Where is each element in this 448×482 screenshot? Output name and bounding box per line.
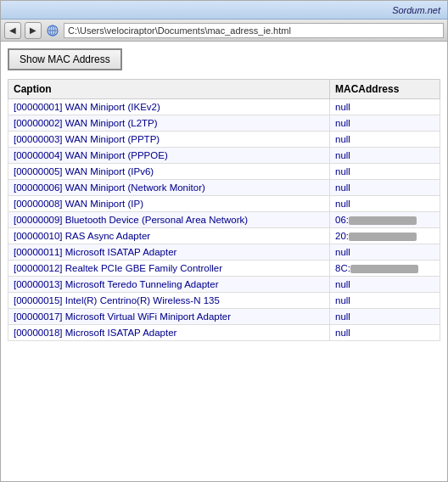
table-row: [00000005] WAN Miniport (IPv6)null <box>8 164 440 180</box>
mac-cell: null <box>330 132 440 148</box>
mac-header: MACAddress <box>330 80 440 99</box>
table-row: [00000015] Intel(R) Centrino(R) Wireless… <box>8 293 440 309</box>
address-input[interactable] <box>64 23 444 38</box>
table-row: [00000011] Microsoft ISATAP Adapternull <box>8 244 440 261</box>
mac-cell: null <box>330 164 440 180</box>
mac-cell: null <box>330 148 440 164</box>
content-area: Show MAC Address Caption MACAddress [000… <box>1 42 447 348</box>
caption-cell: [00000010] RAS Async Adapter <box>8 228 330 244</box>
title-bar: Sordum.net <box>1 1 447 20</box>
caption-cell: [00000008] WAN Miniport (IP) <box>8 196 330 212</box>
mac-cell: null <box>330 244 440 261</box>
caption-cell: [00000003] WAN Miniport (PPTP) <box>8 132 330 148</box>
table-row: [00000006] WAN Miniport (Network Monitor… <box>8 180 440 196</box>
mac-table: Caption MACAddress [00000001] WAN Minipo… <box>8 79 440 341</box>
mac-cell: 20: <box>330 228 440 244</box>
caption-cell: [00000001] WAN Miniport (IKEv2) <box>8 99 330 115</box>
mac-cell: null <box>330 325 440 341</box>
table-row: [00000010] RAS Async Adapter20: <box>8 228 440 244</box>
mac-cell: null <box>330 277 440 293</box>
mac-cell: null <box>330 309 440 325</box>
caption-cell: [00000012] Realtek PCIe GBE Family Contr… <box>8 261 330 277</box>
mac-cell: 8C: <box>330 261 440 277</box>
title-bar-text: Sordum.net <box>392 5 440 15</box>
table-row: [00000004] WAN Miniport (PPPOE)null <box>8 148 440 164</box>
mac-cell: null <box>330 196 440 212</box>
show-mac-button[interactable]: Show MAC Address <box>8 48 122 70</box>
table-row: [00000003] WAN Miniport (PPTP)null <box>8 132 440 148</box>
table-row: [00000013] Microsoft Teredo Tunneling Ad… <box>8 277 440 293</box>
mac-cell: null <box>330 180 440 196</box>
forward-button[interactable]: ▶ <box>25 22 42 39</box>
caption-cell: [00000006] WAN Miniport (Network Monitor… <box>8 180 330 196</box>
back-button[interactable]: ◀ <box>4 22 21 39</box>
page-icon <box>45 23 60 38</box>
address-bar: ◀ ▶ <box>1 20 447 42</box>
caption-cell: [00000004] WAN Miniport (PPPOE) <box>8 148 330 164</box>
mac-cell: 06: <box>330 212 440 228</box>
caption-cell: [00000017] Microsoft Virtual WiFi Minipo… <box>8 309 330 325</box>
caption-cell: [00000005] WAN Miniport (IPv6) <box>8 164 330 180</box>
table-row: [00000012] Realtek PCIe GBE Family Contr… <box>8 261 440 277</box>
table-row: [00000001] WAN Miniport (IKEv2)null <box>8 99 440 115</box>
table-row: [00000018] Microsoft ISATAP Adapternull <box>8 325 440 341</box>
mac-cell: null <box>330 293 440 309</box>
caption-cell: [00000013] Microsoft Teredo Tunneling Ad… <box>8 277 330 293</box>
caption-cell: [00000018] Microsoft ISATAP Adapter <box>8 325 330 341</box>
caption-header: Caption <box>8 80 330 99</box>
table-row: [00000009] Bluetooth Device (Personal Ar… <box>8 212 440 228</box>
caption-cell: [00000009] Bluetooth Device (Personal Ar… <box>8 212 330 228</box>
caption-cell: [00000002] WAN Miniport (L2TP) <box>8 115 330 132</box>
table-row: [00000002] WAN Miniport (L2TP)null <box>8 115 440 132</box>
caption-cell: [00000011] Microsoft ISATAP Adapter <box>8 244 330 261</box>
mac-cell: null <box>330 115 440 132</box>
table-row: [00000017] Microsoft Virtual WiFi Minipo… <box>8 309 440 325</box>
table-row: [00000008] WAN Miniport (IP)null <box>8 196 440 212</box>
mac-cell: null <box>330 99 440 115</box>
caption-cell: [00000015] Intel(R) Centrino(R) Wireless… <box>8 293 330 309</box>
